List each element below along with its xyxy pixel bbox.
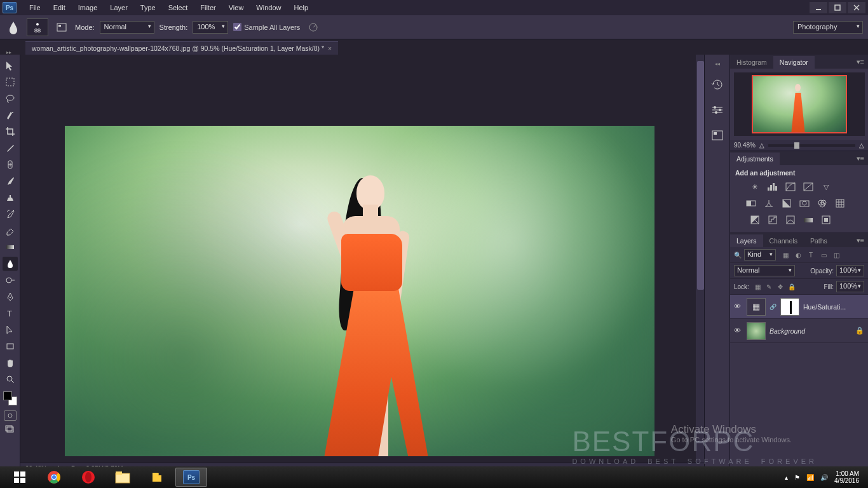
navigator-zoom-slider[interactable] xyxy=(768,144,855,147)
opacity-select[interactable]: 100% xyxy=(836,265,864,276)
zoom-in-icon[interactable]: △ xyxy=(859,142,864,149)
vertical-scrollbar[interactable] xyxy=(696,55,704,474)
lock-position-icon[interactable]: ✥ xyxy=(776,283,785,291)
adjustments-menu-icon[interactable]: ▾≡ xyxy=(853,152,868,165)
history-panel-icon[interactable] xyxy=(709,78,726,92)
menu-view[interactable]: View xyxy=(222,1,250,14)
exposure-icon[interactable] xyxy=(801,180,815,193)
path-select-tool[interactable] xyxy=(3,323,18,337)
color-balance-icon[interactable] xyxy=(762,197,776,210)
foreground-swatch[interactable] xyxy=(3,391,12,400)
menu-select[interactable]: Select xyxy=(162,1,194,14)
layer-mask-thumb[interactable] xyxy=(780,298,799,316)
menu-help[interactable]: Help xyxy=(287,1,315,14)
posterize-icon[interactable] xyxy=(766,214,780,226)
pen-tool[interactable] xyxy=(3,290,18,304)
lock-all-icon[interactable]: 🔒 xyxy=(788,283,796,291)
zoom-out-icon[interactable]: △ xyxy=(759,142,764,149)
brightness-contrast-icon[interactable]: ☀ xyxy=(748,180,762,193)
lock-transparent-icon[interactable]: ▦ xyxy=(754,283,762,291)
tab-close-icon[interactable]: × xyxy=(328,44,332,52)
opera-taskbar-icon[interactable] xyxy=(72,468,104,487)
menu-window[interactable]: Window xyxy=(250,1,287,14)
blur-tool[interactable] xyxy=(3,257,18,271)
black-white-icon[interactable] xyxy=(780,197,794,210)
eraser-tool[interactable] xyxy=(3,224,18,238)
crop-tool[interactable] xyxy=(3,125,18,139)
gradient-tool[interactable] xyxy=(3,240,18,254)
info-panel-icon[interactable] xyxy=(709,128,726,142)
fill-select[interactable]: 100% xyxy=(836,281,864,292)
blur-tool-icon[interactable] xyxy=(5,19,22,36)
sample-all-input[interactable] xyxy=(233,23,241,31)
tab-channels[interactable]: Channels xyxy=(763,234,804,247)
hue-saturation-icon[interactable] xyxy=(744,197,758,210)
navigator-thumbnail[interactable] xyxy=(734,72,865,136)
menu-file[interactable]: File xyxy=(23,1,47,14)
menu-type[interactable]: Type xyxy=(134,1,162,14)
type-tool[interactable]: T xyxy=(3,306,18,320)
workspace-select[interactable]: Photography xyxy=(793,21,863,34)
brush-panel-toggle-icon[interactable] xyxy=(53,19,70,36)
tab-adjustments[interactable]: Adjustments xyxy=(730,152,780,165)
channel-mixer-icon[interactable] xyxy=(815,197,829,210)
layer-image-thumb[interactable] xyxy=(747,322,766,340)
minimize-button[interactable] xyxy=(810,2,827,13)
color-lookup-icon[interactable] xyxy=(833,197,847,210)
chrome-taskbar-icon[interactable] xyxy=(38,468,70,487)
quick-select-tool[interactable] xyxy=(3,108,18,122)
quick-mask-toggle[interactable] xyxy=(4,410,17,421)
strength-select[interactable]: 100% xyxy=(193,21,228,34)
layers-menu-icon[interactable]: ▾≡ xyxy=(853,234,868,247)
filter-adjust-icon[interactable]: ◐ xyxy=(794,250,803,259)
filter-pixel-icon[interactable]: ▦ xyxy=(781,250,790,259)
move-tool[interactable] xyxy=(3,58,18,72)
visibility-icon[interactable]: 👁 xyxy=(734,302,743,311)
curves-icon[interactable] xyxy=(783,180,797,193)
maximize-button[interactable] xyxy=(829,2,846,13)
explorer-taskbar-icon[interactable] xyxy=(107,468,139,487)
mode-select[interactable]: Normal xyxy=(100,21,154,34)
start-button[interactable] xyxy=(4,468,36,487)
tray-network-icon[interactable]: 📶 xyxy=(806,474,814,481)
filter-type-icon[interactable]: T xyxy=(806,250,815,259)
dock-expand-icon[interactable]: ◂◂ xyxy=(705,61,729,66)
zoom-tool[interactable] xyxy=(3,372,18,386)
layer-filter-select[interactable]: Kind xyxy=(744,249,776,261)
close-button[interactable] xyxy=(848,2,865,13)
history-brush-tool[interactable] xyxy=(3,207,18,221)
color-swatches[interactable] xyxy=(3,391,17,405)
lasso-tool[interactable] xyxy=(3,92,18,105)
menu-filter[interactable]: Filter xyxy=(194,1,222,14)
brush-preset-picker[interactable]: ●88 xyxy=(27,18,48,36)
tray-clock[interactable]: 1:00 AM 4/9/2016 xyxy=(834,470,859,484)
filter-shape-icon[interactable]: ▭ xyxy=(819,250,828,259)
gradient-map-icon[interactable] xyxy=(801,214,815,226)
clone-stamp-tool[interactable] xyxy=(3,191,18,205)
lock-pixels-icon[interactable]: ✎ xyxy=(765,283,773,291)
levels-icon[interactable] xyxy=(766,180,780,193)
panel-menu-icon[interactable]: ▾≡ xyxy=(853,55,868,69)
tab-layers[interactable]: Layers xyxy=(730,234,763,247)
pressure-icon[interactable] xyxy=(305,19,322,36)
canvas-area[interactable] xyxy=(20,55,704,474)
properties-panel-icon[interactable] xyxy=(709,103,726,117)
invert-icon[interactable] xyxy=(748,214,762,226)
vibrance-icon[interactable]: ▽ xyxy=(819,180,833,193)
tray-action-center-icon[interactable]: ⚑ xyxy=(794,474,800,481)
tab-histogram[interactable]: Histogram xyxy=(730,56,773,69)
selective-color-icon[interactable] xyxy=(819,214,833,226)
menu-layer[interactable]: Layer xyxy=(104,1,134,14)
marquee-tool[interactable] xyxy=(3,75,18,89)
photo-filter-icon[interactable] xyxy=(797,197,811,210)
hand-tool[interactable] xyxy=(3,356,18,370)
menu-image[interactable]: Image xyxy=(72,1,104,14)
toolbox-expand-icon[interactable]: ▸▸ xyxy=(3,50,15,55)
tray-up-icon[interactable]: ▴ xyxy=(785,474,788,481)
puzzle-taskbar-icon[interactable] xyxy=(141,468,173,487)
tray-volume-icon[interactable]: 🔊 xyxy=(820,474,828,481)
filter-smart-icon[interactable]: ◫ xyxy=(832,250,841,259)
menu-edit[interactable]: Edit xyxy=(47,1,72,14)
layer-adj-thumb[interactable]: ▦ xyxy=(747,298,766,316)
healing-brush-tool[interactable] xyxy=(3,158,18,172)
